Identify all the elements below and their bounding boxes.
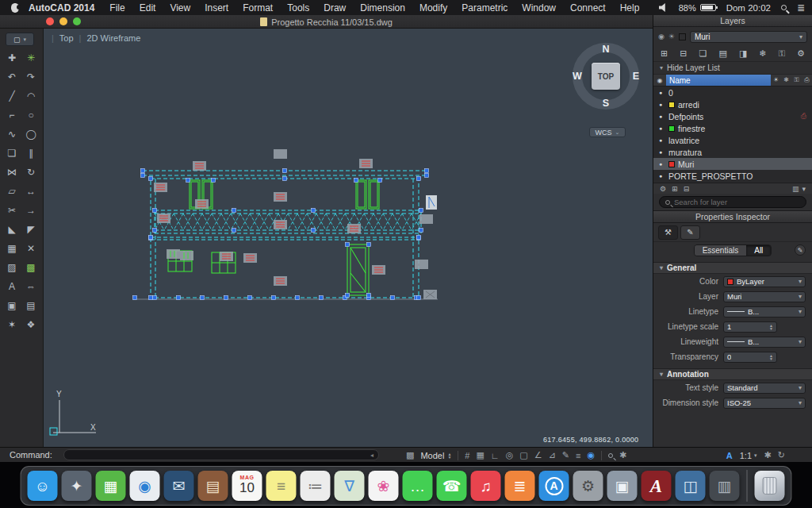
stepper-arrows-icon[interactable]: ▲▼ — [769, 324, 773, 330]
dock-launchpad[interactable]: ✦ — [62, 471, 92, 501]
layer-tool-duplicate-layer[interactable]: ❏ — [699, 48, 707, 59]
toggle-polar[interactable]: ◎ — [506, 450, 514, 460]
tool-table[interactable]: ▤ — [21, 300, 40, 311]
layer-color-swatch[interactable] — [668, 102, 675, 108]
layer-tool-new-layer[interactable]: ⊞ — [661, 48, 668, 59]
sun-icon[interactable]: ☀ — [771, 76, 781, 84]
tool-line[interactable]: ╱ — [2, 90, 21, 102]
transparency-stepper[interactable]: 0▲▼ — [723, 352, 777, 363]
dock-calendar[interactable]: MAG10 — [232, 471, 262, 501]
layer-search-input[interactable]: Search for layer — [659, 196, 806, 208]
grip[interactable] — [425, 174, 429, 178]
tool-stretch[interactable]: ↔ — [21, 186, 40, 197]
layer-row-Defpoints[interactable]: ●Defpoints⎙ — [653, 110, 812, 122]
lock-icon[interactable]: ⚿ — [791, 76, 802, 84]
toggle-selection-cycling[interactable]: ◉ — [587, 450, 595, 460]
dock-itunes[interactable]: ♫ — [471, 471, 501, 501]
filter-tab-essentials[interactable]: Essentials — [695, 245, 747, 256]
properties-inspector-title[interactable]: Properties Inspector — [653, 211, 812, 223]
toggle-otrack[interactable]: ∠ — [534, 450, 542, 460]
grip[interactable] — [367, 294, 371, 298]
menu-help[interactable]: Help — [613, 2, 647, 13]
dock-notes[interactable]: ≡ — [266, 471, 297, 501]
filter-tab-all[interactable]: All — [746, 245, 771, 256]
toggle-snap[interactable]: # — [465, 451, 469, 460]
object-properties-tab[interactable]: ⚒ — [658, 225, 678, 240]
grip[interactable] — [367, 243, 371, 247]
tool-ellipse[interactable]: ◯ — [21, 129, 40, 140]
toggle-ortho[interactable]: ∟ — [491, 451, 500, 460]
zoom-tool-icon[interactable] — [608, 453, 613, 458]
menu-modify[interactable]: Modify — [412, 2, 454, 13]
footer-list-options[interactable]: ▾ — [802, 185, 806, 193]
tool-dimension[interactable]: ⇔ — [21, 281, 40, 292]
grip[interactable] — [153, 229, 157, 233]
drawing-elevation[interactable]: Y X — [44, 29, 653, 447]
compass-north[interactable]: N — [602, 44, 609, 55]
dock-contacts[interactable]: ▤ — [198, 471, 228, 501]
command-history-toggle-icon[interactable]: ◂ — [370, 452, 373, 459]
grip[interactable] — [296, 296, 300, 300]
dock-app-store[interactable]: A — [539, 471, 569, 501]
grip[interactable] — [417, 177, 421, 181]
layer-row-lavatrice[interactable]: ●lavatrice — [653, 134, 812, 146]
menu-format[interactable]: Format — [236, 2, 280, 13]
current-layer-dropdown[interactable]: Muri ▾ — [690, 31, 807, 43]
tool-block[interactable]: ▣ — [2, 300, 21, 311]
toggle-dynamic-ucs[interactable]: ⊿ — [549, 450, 556, 460]
dock-maps[interactable]: ∇ — [335, 471, 365, 501]
compass-south[interactable]: S — [603, 98, 609, 109]
text-style-dropdown[interactable]: Standard▾ — [723, 383, 806, 394]
balcony-balusters[interactable] — [155, 214, 421, 230]
layer-row-finestre[interactable]: ●finestre — [653, 122, 812, 134]
toggle-dynamic-input[interactable]: ✎ — [562, 450, 569, 460]
menu-connect[interactable]: Connect — [563, 2, 613, 13]
tool-redo[interactable]: ↷ — [21, 71, 40, 83]
dock-mail[interactable]: ✉ — [164, 471, 194, 501]
tool-point[interactable]: ✳ — [21, 52, 40, 64]
eye-column-icon[interactable]: ◉ — [653, 77, 666, 84]
layer-tool-layer-settings[interactable]: ⚙ — [797, 48, 805, 59]
grip[interactable] — [248, 296, 252, 300]
style-tab[interactable]: ✎ — [680, 225, 700, 240]
grip[interactable] — [224, 296, 228, 300]
layer-tool-layer-states[interactable]: ▤ — [718, 48, 726, 59]
section-header-general[interactable]: ▾General — [653, 262, 812, 274]
grip[interactable] — [149, 296, 153, 300]
tool-offset[interactable]: ∥ — [21, 148, 40, 159]
grip[interactable] — [346, 294, 350, 298]
tool-trim[interactable]: ✂ — [2, 205, 21, 216]
tool-undo[interactable]: ↶ — [2, 71, 21, 83]
layer-row-PORTE_PROSPETTO[interactable]: ●PORTE_PROSPETTO — [653, 170, 812, 182]
menu-tools[interactable]: Tools — [280, 2, 316, 13]
menu-insert[interactable]: Insert — [197, 2, 236, 13]
grip[interactable] — [283, 169, 287, 173]
tool-chamfer[interactable]: ◤ — [21, 224, 40, 235]
footer-remove-layer[interactable]: ⊟ — [684, 185, 690, 193]
footer-columns[interactable]: ▥ — [792, 185, 799, 193]
dock-trash[interactable] — [755, 471, 785, 501]
model-space-button[interactable]: Model ▲▼ — [420, 451, 451, 460]
toggle-grid[interactable]: ▦ — [476, 450, 484, 460]
tool-group[interactable]: ❖ — [21, 319, 40, 330]
grip[interactable] — [419, 209, 423, 213]
layer-tool-freeze-layer[interactable]: ❄ — [759, 48, 766, 59]
toggle-lineweight-display[interactable]: ≡ — [576, 451, 580, 460]
tool-text[interactable]: A — [2, 281, 21, 292]
notification-center-icon[interactable]: ≣ — [797, 2, 804, 13]
grip[interactable] — [153, 296, 157, 300]
viewport-view-label[interactable]: Top — [59, 33, 74, 43]
dimension-style-dropdown[interactable]: ISO-25▾ — [723, 398, 806, 409]
edit-properties-icon[interactable]: ✎ — [795, 244, 806, 256]
tool-scale[interactable]: ▱ — [2, 186, 21, 197]
grip[interactable] — [419, 229, 423, 233]
volume-icon[interactable] — [659, 3, 668, 12]
grip[interactable] — [391, 296, 395, 300]
print-icon[interactable]: ⎙ — [802, 76, 812, 84]
layer-color-swatch[interactable] — [668, 161, 675, 167]
grip[interactable] — [149, 236, 153, 240]
current-layer-swatch[interactable] — [679, 33, 686, 40]
menu-window[interactable]: Window — [515, 2, 563, 13]
layer-on-icon[interactable]: ● — [656, 90, 665, 95]
window-titlebar[interactable]: Progetto Recchia 11/03/15.dwg — [0, 15, 653, 29]
